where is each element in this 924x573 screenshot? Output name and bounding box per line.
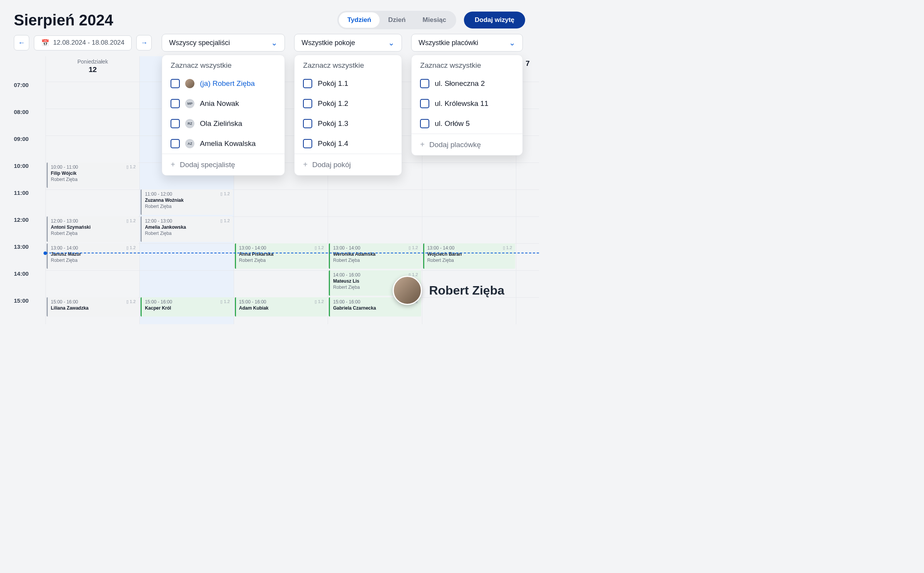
event-specialist: Robert Zięba xyxy=(51,231,77,236)
time-label: 11:00 xyxy=(14,189,45,216)
event-room: ▯ 1.2 xyxy=(220,191,229,197)
calendar-event[interactable]: 10:00 - 11:00 ▯ 1.2 Filip Wójcik Robert … xyxy=(47,163,139,188)
chevron-down-icon: ⌄ xyxy=(271,38,278,47)
time-label: 15:00 xyxy=(14,297,45,324)
view-tab-week[interactable]: Tydzień xyxy=(339,12,380,28)
filter-specialists-dropdown: Zaznacz wszystkie (ja) Robert Zięba MP A… xyxy=(162,55,285,176)
chevron-right-icon: → xyxy=(141,39,147,47)
specialist-option[interactable]: (ja) Robert Zięba xyxy=(162,74,285,94)
filter-locations-label: Wszystkie placówki xyxy=(418,39,478,47)
event-specialist: Robert Zięba xyxy=(239,258,266,263)
event-specialist: Robert Zięba xyxy=(51,258,77,263)
day-column: Poniedziałek 1210:00 - 11:00 ▯ 1.2 Filip… xyxy=(45,56,139,324)
checkbox[interactable] xyxy=(303,139,312,148)
prev-week-button[interactable]: ← xyxy=(14,35,29,50)
add-location-button[interactable]: + Dodaj placówkę xyxy=(412,134,522,155)
select-all-rooms[interactable]: Zaznacz wszystkie xyxy=(295,55,402,74)
add-specialist-button[interactable]: + Dodaj specjalistę xyxy=(162,154,285,175)
checkbox[interactable] xyxy=(420,119,429,128)
filter-specialists-button[interactable]: Wszyscy specjaliści ⌄ xyxy=(162,34,285,52)
event-time: 12:00 - 13:00 xyxy=(51,218,78,224)
door-icon: ▯ xyxy=(126,245,129,250)
calendar-event[interactable]: 13:00 - 14:00 ▯ 1.2 Wojciech Baran Rober… xyxy=(423,243,515,269)
filter-rooms: Wszystkie pokoje ⌄ Zaznacz wszystkie Pok… xyxy=(294,34,402,52)
filter-rooms-button[interactable]: Wszystkie pokoje ⌄ xyxy=(294,34,402,52)
day-name: Poniedziałek xyxy=(46,59,139,65)
checkbox[interactable] xyxy=(420,99,429,108)
event-room: ▯ 1.2 xyxy=(126,299,136,305)
specialist-option[interactable]: AZ Amelia Kowalska xyxy=(162,134,285,154)
room-name: Pokój 1.2 xyxy=(318,99,348,108)
room-option[interactable]: Pokój 1.2 xyxy=(295,94,402,114)
calendar-event[interactable]: 12:00 - 13:00 ▯ 1.2 Antoni Szymański Rob… xyxy=(47,216,139,242)
location-name: ul. Orłów 5 xyxy=(435,119,470,128)
door-icon: ▯ xyxy=(503,245,505,250)
filter-specialists-label: Wszyscy specjaliści xyxy=(169,39,230,47)
current-user-badge: Robert Zięba xyxy=(393,276,504,305)
filter-rooms-label: Wszystkie pokoje xyxy=(301,39,355,47)
page-title: Sierpień 2024 xyxy=(14,12,113,29)
checkbox[interactable] xyxy=(303,99,312,108)
event-time: 13:00 - 14:00 xyxy=(239,245,266,251)
add-room-button[interactable]: + Dodaj pokój xyxy=(295,154,402,175)
event-time: 13:00 - 14:00 xyxy=(333,245,360,251)
checkbox[interactable] xyxy=(420,79,429,88)
calendar-event[interactable]: 11:00 - 12:00 ▯ 1.2 Zuzanna Woźniak Robe… xyxy=(141,189,233,215)
calendar-event[interactable]: 13:00 - 14:00 ▯ 1.2 Janusz Mazur Robert … xyxy=(47,243,139,269)
specialist-option[interactable]: RZ Ola Zielińska xyxy=(162,114,285,134)
add-visit-button[interactable]: Dodaj wizytę xyxy=(464,12,525,28)
checkbox[interactable] xyxy=(171,79,180,88)
day-number: 12 xyxy=(46,65,139,74)
calendar-event[interactable]: 15:00 - 16:00 ▯ 1.2 Liliana Zawadzka xyxy=(47,297,139,317)
event-client: Kacper Król xyxy=(145,305,171,311)
calendar-event[interactable]: 13:00 - 14:00 ▯ 1.2 Weronika Adamska Rob… xyxy=(329,243,421,269)
calendar-event[interactable]: 15:00 - 16:00 ▯ 1.2 Kacper Król xyxy=(141,297,233,317)
add-specialist-label: Dodaj specjalistę xyxy=(180,161,235,169)
location-option[interactable]: ul. Słoneczna 2 xyxy=(412,74,522,94)
checkbox[interactable] xyxy=(303,79,312,88)
calendar-event[interactable]: 12:00 - 13:00 ▯ 1.2 Amelia Jankowska Rob… xyxy=(141,216,233,242)
location-option[interactable]: ul. Orłów 5 xyxy=(412,114,522,134)
view-tab-month[interactable]: Miesiąc xyxy=(414,12,455,28)
checkbox[interactable] xyxy=(171,99,180,108)
current-user-name: Robert Zięba xyxy=(429,283,504,298)
event-client: Liliana Zawadzka xyxy=(51,305,89,311)
event-time: 14:00 - 16:00 xyxy=(333,272,360,278)
calendar-event[interactable]: 15:00 - 16:00 ▯ 1.2 Adam Kubiak xyxy=(235,297,327,317)
plus-icon: + xyxy=(303,160,308,169)
event-room: ▯ 1.2 xyxy=(220,218,229,224)
filter-locations-button[interactable]: Wszystkie placówki ⌄ xyxy=(411,34,523,52)
event-client: Antoni Szymański xyxy=(51,225,90,230)
specialist-option[interactable]: MP Ania Nowak xyxy=(162,94,285,114)
calendar-event[interactable]: 13:00 - 14:00 ▯ 1.2 Anna Piskarska Rober… xyxy=(235,243,327,269)
date-range-picker[interactable]: 📅 12.08.2024 - 18.08.2024 xyxy=(34,35,132,50)
specialist-name: Ania Nowak xyxy=(200,99,239,108)
room-option[interactable]: Pokój 1.4 xyxy=(295,134,402,154)
checkbox[interactable] xyxy=(171,139,180,148)
event-specialist: Robert Zięba xyxy=(51,177,77,182)
view-tab-day[interactable]: Dzień xyxy=(380,12,414,28)
room-option[interactable]: Pokój 1.1 xyxy=(295,74,402,94)
date-range-label: 12.08.2024 - 18.08.2024 xyxy=(53,39,124,47)
chevron-down-icon: ⌄ xyxy=(509,38,516,47)
event-room: ▯ 1.2 xyxy=(126,218,136,224)
next-week-button[interactable]: → xyxy=(136,35,152,50)
avatar: MP xyxy=(185,99,194,108)
specialist-name: Amelia Kowalska xyxy=(200,139,256,148)
filter-rooms-dropdown: Zaznacz wszystkie Pokój 1.1 Pokój 1.2 Po… xyxy=(294,55,402,176)
location-option[interactable]: ul. Królewska 11 xyxy=(412,94,522,114)
room-option[interactable]: Pokój 1.3 xyxy=(295,114,402,134)
specialist-name: Ola Zielińska xyxy=(200,119,242,128)
chevron-down-icon: ⌄ xyxy=(388,38,395,47)
time-label: 07:00 xyxy=(14,82,45,109)
select-all-locations[interactable]: Zaznacz wszystkie xyxy=(412,55,522,74)
select-all-specialists[interactable]: Zaznacz wszystkie xyxy=(162,55,285,74)
event-client: Zuzanna Woźniak xyxy=(145,198,183,203)
event-time: 10:00 - 11:00 xyxy=(51,164,78,170)
checkbox[interactable] xyxy=(303,119,312,128)
event-specialist: Robert Zięba xyxy=(145,204,171,209)
event-time: 15:00 - 16:00 xyxy=(51,299,78,305)
event-room: ▯ 1.2 xyxy=(126,245,136,251)
checkbox[interactable] xyxy=(171,119,180,128)
filter-locations-dropdown: Zaznacz wszystkie ul. Słoneczna 2 ul. Kr… xyxy=(411,55,523,156)
